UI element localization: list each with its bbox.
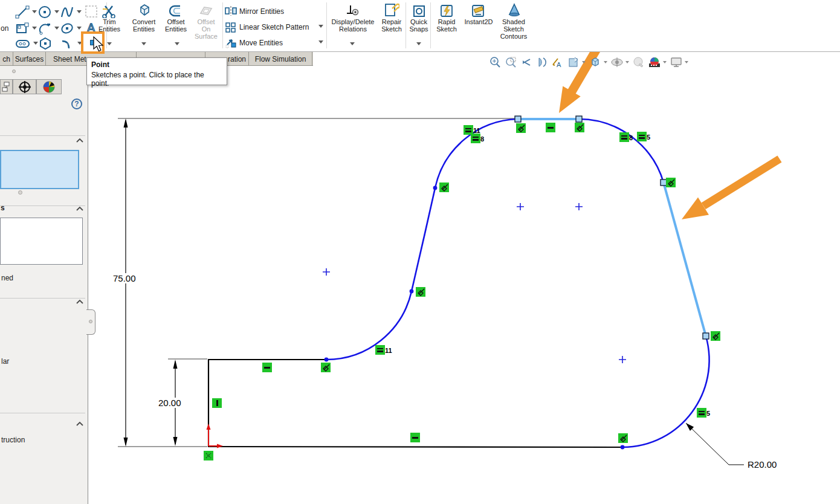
linear-pattern-dropdown[interactable]: [318, 25, 323, 28]
spline-tool-icon[interactable]: [60, 5, 74, 19]
sketch-origin: [207, 424, 224, 448]
panel-dot: [18, 190, 22, 195]
zoom-to-fit-icon[interactable]: [487, 55, 503, 69]
relations-list-box[interactable]: [0, 218, 83, 265]
collapse-chevron-icon[interactable]: [76, 421, 84, 427]
sketch-plane-tool-icon[interactable]: [83, 4, 98, 18]
relation-horizontal-badge[interactable]: [262, 363, 272, 372]
arc-dropdown[interactable]: [54, 27, 59, 30]
slot-tool-icon[interactable]: [15, 36, 30, 51]
quick-snaps-dropdown[interactable]: [416, 42, 421, 45]
arc-tool-icon[interactable]: [37, 21, 52, 36]
line-dropdown[interactable]: [32, 10, 37, 13]
slot-dropdown[interactable]: [33, 42, 38, 45]
move-entities-button[interactable]: Move Entities: [239, 39, 283, 47]
relation-equal-badge[interactable]: 8: [619, 132, 629, 142]
polygon-tool-icon[interactable]: [38, 36, 53, 51]
repair-sketch-button[interactable]: Repair Sketch: [378, 18, 405, 33]
perpendicular-option-fragment[interactable]: lar: [1, 357, 9, 366]
collapse-chevron-icon[interactable]: [76, 206, 84, 212]
relation-tangent-badge[interactable]: [711, 331, 720, 341]
previous-view-icon[interactable]: [519, 55, 534, 69]
quick-snaps-button[interactable]: Quick Snaps: [406, 18, 431, 33]
propertymanager-tab[interactable]: [13, 79, 36, 94]
selected-endpoint-handles[interactable]: [515, 116, 709, 339]
edit-appearance-dropdown[interactable]: [663, 61, 667, 63]
point-tooltip: Point Sketches a point. Click to place t…: [86, 57, 227, 85]
mirror-entities-button[interactable]: Mirror Entities: [239, 7, 284, 16]
appearances-tab[interactable]: [36, 79, 62, 94]
relation-vertical-badge[interactable]: [212, 398, 222, 408]
relation-equal-badge[interactable]: 11: [375, 345, 385, 355]
relation-tangent-badge[interactable]: [666, 178, 676, 187]
rectangle-dropdown[interactable]: [32, 27, 37, 30]
relation-equal-badge[interactable]: 5: [637, 132, 647, 141]
offset-dropdown[interactable]: [175, 42, 179, 45]
sketch-arc-r20[interactable]: [622, 336, 709, 447]
relation-horizontal-badge[interactable]: [546, 123, 555, 132]
featuremanager-tab[interactable]: [0, 79, 13, 94]
collapse-chevron-icon[interactable]: [76, 299, 84, 305]
view-scene-dropdown[interactable]: [685, 61, 688, 63]
ellipse-dropdown[interactable]: [77, 27, 82, 30]
selection-preview-box[interactable]: [0, 150, 79, 189]
collapse-chevron-icon[interactable]: [76, 138, 84, 143]
hide-show-items-icon[interactable]: [631, 55, 647, 69]
dimension-r20-leader[interactable]: [686, 423, 744, 465]
sketch-spline-left[interactable]: [326, 119, 518, 360]
trim-entities-button[interactable]: Trim Entities: [95, 18, 123, 33]
relation-fixed-badge[interactable]: [204, 451, 213, 460]
view-settings-dropdown[interactable]: [582, 61, 586, 63]
relation-tangent-badge[interactable]: [439, 183, 449, 192]
help-icon[interactable]: ?: [71, 99, 82, 109]
circle-dropdown[interactable]: [54, 10, 59, 13]
zoom-to-area-icon[interactable]: [503, 55, 519, 69]
trim-dropdown[interactable]: [107, 42, 112, 45]
relation-tangent-badge[interactable]: [416, 287, 425, 297]
sketch-arc-top-right[interactable]: [579, 119, 664, 183]
display-style-dropdown[interactable]: [625, 61, 629, 63]
dimension-75-label[interactable]: 75.00: [112, 273, 137, 283]
display-delete-dropdown[interactable]: [350, 42, 355, 45]
instant2d-button[interactable]: Instant2D: [463, 18, 494, 25]
panel-splitter-handle[interactable]: [86, 309, 95, 335]
shaded-sketch-contours-button[interactable]: Shaded Sketch Contours: [497, 18, 531, 40]
sketch-endpoint-dots[interactable]: [325, 186, 625, 450]
move-entities-dropdown[interactable]: [318, 40, 323, 44]
sketch-visibility-icon[interactable]: A: [550, 55, 566, 69]
view-orientation-dropdown[interactable]: [604, 61, 607, 63]
view-orientation-icon[interactable]: [587, 55, 603, 69]
convert-entities-button[interactable]: Convert Entities: [128, 18, 160, 33]
dimension-r20-label[interactable]: R20.00: [746, 459, 778, 470]
rapid-sketch-button[interactable]: Rapid Sketch: [433, 18, 460, 33]
view-scene-icon[interactable]: [668, 55, 684, 69]
line-tool-icon[interactable]: [15, 5, 30, 19]
spline-dropdown[interactable]: [77, 10, 82, 13]
dimension-20-label[interactable]: 20.00: [157, 398, 183, 408]
relation-tangent-badge[interactable]: [575, 123, 584, 132]
relation-tangent-badge[interactable]: [618, 433, 628, 443]
fillet-tool-icon[interactable]: [60, 36, 75, 51]
relation-tangent-badge[interactable]: [516, 123, 526, 133]
relation-horizontal-badge[interactable]: [410, 433, 420, 442]
edit-appearance-icon[interactable]: [647, 55, 662, 69]
display-style-icon[interactable]: [609, 55, 625, 69]
display-delete-relations-button[interactable]: Display/Delete Relations: [328, 18, 378, 33]
section-view-icon[interactable]: [534, 55, 550, 69]
relation-equal-badge[interactable]: 5: [697, 408, 706, 418]
offset-entities-button[interactable]: Offset Entities: [161, 18, 191, 33]
tab-flow-simulation[interactable]: Flow Simulation: [249, 52, 312, 66]
view-settings-icon[interactable]: [566, 55, 581, 69]
smart-dimension-label-fragment[interactable]: on: [1, 24, 8, 33]
linear-sketch-pattern-button[interactable]: Linear Sketch Pattern: [239, 23, 309, 31]
tab-sketch[interactable]: ch: [0, 52, 13, 66]
circle-tool-icon[interactable]: [37, 5, 52, 19]
ellipse-tool-icon[interactable]: [60, 21, 74, 36]
convert-dropdown[interactable]: [141, 42, 146, 45]
for-construction-fragment[interactable]: truction: [1, 436, 25, 444]
tab-surfaces[interactable]: Surfaces: [13, 52, 46, 66]
relation-tangent-badge[interactable]: [321, 363, 331, 372]
rectangle-tool-icon[interactable]: [15, 21, 30, 36]
relation-equal-badge[interactable]: 8: [471, 134, 480, 143]
headsup-view-toolbar: A: [487, 54, 690, 70]
